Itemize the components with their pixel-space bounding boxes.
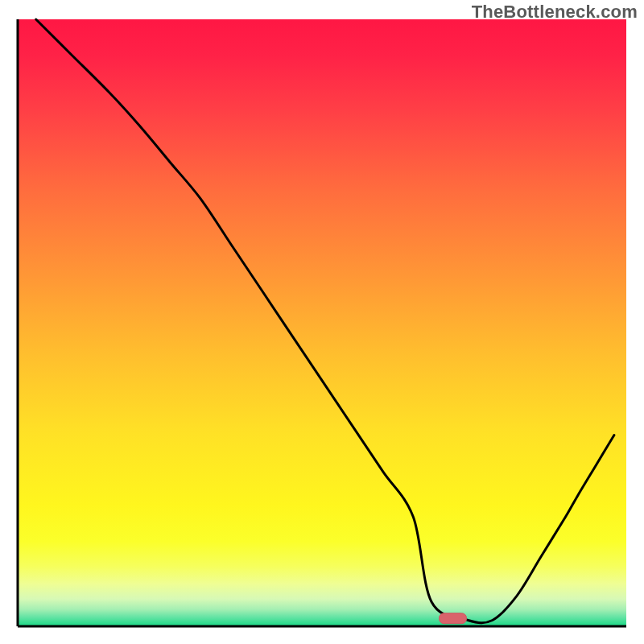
- optimal-marker: [440, 613, 467, 624]
- chart-stage: TheBottleneck.com: [0, 0, 644, 644]
- plot-background: [18, 19, 626, 626]
- bottleneck-chart: [0, 0, 644, 644]
